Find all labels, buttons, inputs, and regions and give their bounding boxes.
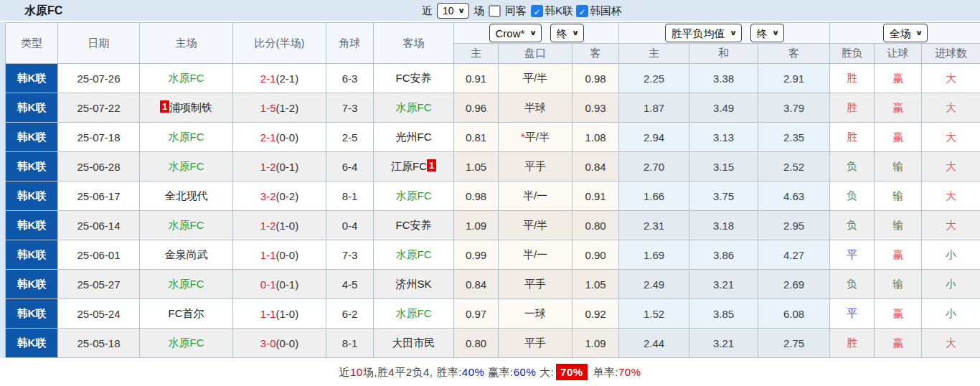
home-team-name: 水原FC — [169, 278, 204, 290]
corner-cell: 7-3 — [326, 93, 374, 123]
halftime-score: (1-0) — [276, 308, 299, 320]
subheader-europe-home: 主 — [619, 44, 689, 64]
cup-filter-label: 韩国杯 — [590, 4, 622, 18]
halftime-score: (0-0) — [276, 249, 299, 261]
europe-away-odds: 4.63 — [758, 182, 830, 211]
handicap-result-cell: 输 — [875, 152, 922, 182]
league-cell: 韩K联 — [6, 299, 58, 329]
corner-cell: 4-5 — [326, 270, 374, 299]
europe-away-odds: 3.79 — [758, 93, 830, 123]
score-cell: 2-1(2-1) — [233, 64, 326, 93]
home-team-cell: 全北现代 — [140, 182, 233, 211]
home-team-name: 水原FC — [169, 131, 204, 143]
corner-cell: 8-1 — [326, 182, 374, 211]
score-cell: 1-2(0-1) — [233, 152, 326, 182]
rank-badge: 1 — [427, 159, 436, 171]
handicap-result-cell: 赢 — [875, 299, 922, 329]
goals-result-cell: 大 — [922, 211, 980, 240]
europe-source-select[interactable]: 胜平负均值 — [666, 24, 741, 42]
date-cell: 25-07-26 — [58, 64, 140, 93]
away-team-cell: 水原FC — [374, 299, 454, 329]
fulltime-score: 1-2 — [260, 220, 276, 232]
asia-home-odds: 1.09 — [454, 211, 499, 240]
europe-draw-odds: 3.85 — [689, 299, 758, 329]
europe-draw-odds: 3.75 — [689, 182, 758, 211]
score-cell: 0-1(0-1) — [233, 270, 326, 299]
cup-filter-checkbox[interactable]: ✓ — [576, 5, 588, 17]
away-team-name: 江原FC — [391, 160, 427, 172]
europe-draw-odds: 3.13 — [689, 123, 758, 152]
goals-result-cell: 大 — [922, 152, 980, 182]
asia-period-select[interactable]: 终 — [551, 24, 583, 42]
summary-recent-count: 10 — [350, 366, 363, 378]
match-stats-page: 水原FC 近 10 ∨ 场 同客 ✓ 韩K联 ✓ 韩国杯 — [0, 0, 980, 386]
header-score: 比分(半场) — [233, 23, 326, 64]
handicap-text: 平/半 — [525, 131, 550, 143]
home-team-cell: 水原FC — [140, 64, 233, 93]
home-team-name: 全北现代 — [165, 189, 208, 202]
europe-draw-odds: 3.86 — [689, 240, 758, 270]
europe-away-odds: 2.95 — [758, 211, 830, 240]
europe-home-odds: 1.87 — [619, 93, 689, 123]
scope-select-wrap: 全场 ∨ — [883, 24, 928, 42]
asia-home-odds: 0.81 — [454, 123, 499, 152]
scope-select[interactable]: 全场 — [884, 24, 927, 42]
recent-count-select-wrap: 10 ∨ — [437, 3, 469, 19]
home-team-cell: FC首尔 — [140, 299, 233, 329]
score-cell: 1-2(1-0) — [233, 211, 326, 240]
corner-cell: 6-4 — [326, 152, 374, 182]
table-row: 韩K联 25-06-01 金泉尚武 1-1(0-0) 7-3 水原FC 0.99… — [6, 240, 980, 270]
away-team-name: 水原FC — [396, 307, 432, 319]
table-row: 韩K联 25-06-17 全北现代 3-2(0-2) 8-1 水原FC 0.98… — [6, 182, 980, 211]
summary-win-rate: 40% — [462, 366, 485, 378]
asia-handicap: 平手 — [499, 270, 573, 299]
handicap-text: 平/半 — [523, 72, 547, 84]
page-title: 水原FC — [24, 4, 62, 19]
goals-result-cell: 小 — [922, 240, 980, 270]
league-cell: 韩K联 — [6, 240, 58, 270]
asia-away-odds: 0.91 — [573, 182, 619, 211]
away-team-cell: FC安养 — [374, 211, 454, 240]
same-venue-label: 同客 — [505, 4, 527, 18]
asia-home-odds: 0.91 — [454, 64, 499, 93]
europe-draw-odds: 3.18 — [689, 211, 758, 240]
europe-period-select-wrap: 终 ∨ — [750, 24, 784, 42]
header-corner: 角球 — [326, 23, 374, 64]
date-cell: 25-05-18 — [58, 329, 140, 358]
europe-draw-odds: 3.21 — [689, 329, 758, 358]
result-cell: 平 — [830, 240, 875, 270]
away-team-cell: 江原FC1 — [374, 152, 454, 182]
halftime-score: (0-2) — [276, 190, 299, 202]
date-cell: 25-05-27 — [58, 270, 140, 299]
europe-period-select[interactable]: 终 — [751, 24, 783, 42]
asia-handicap: 一球 — [499, 299, 573, 329]
asia-away-odds: 0.84 — [573, 152, 619, 182]
date-cell: 25-07-18 — [58, 123, 140, 152]
result-cell: 胜 — [830, 93, 875, 123]
fulltime-score: 1-1 — [260, 308, 276, 320]
handicap-text: 平手 — [524, 336, 546, 349]
goals-result-cell: 小 — [922, 299, 980, 329]
recent-count-select[interactable]: 10 — [438, 4, 468, 18]
europe-odds-dropdown-group: 胜平负均值 ∨ 终 ∨ — [619, 23, 830, 44]
score-cell: 3-2(0-2) — [233, 182, 326, 211]
handicap-result-cell: 赢 — [875, 123, 922, 152]
goals-result-cell: 大 — [922, 64, 980, 93]
away-team-cell: 大田市民 — [374, 329, 454, 358]
handicap-text: 半/一 — [523, 189, 547, 202]
league-filter-checkbox[interactable]: ✓ — [531, 5, 543, 17]
asia-period-select-wrap: 终 ∨ — [550, 24, 584, 42]
home-team-cell: 水原FC — [140, 152, 233, 182]
asia-away-odds: 1.08 — [573, 123, 619, 152]
asia-handicap: *平/半 — [499, 123, 573, 152]
halftime-score: (0-1) — [276, 161, 299, 173]
bookmaker-select[interactable]: Crow* — [490, 24, 541, 42]
header-date: 日期 — [58, 23, 140, 64]
header-home: 主场 — [140, 23, 233, 64]
goals-result-cell: 大 — [922, 123, 980, 152]
away-team-cell: 水原FC — [374, 182, 454, 211]
home-team-cell: 1浦项制铁 — [140, 93, 233, 123]
asia-away-odds: 0.90 — [573, 240, 619, 270]
league-cell: 韩K联 — [6, 152, 58, 182]
same-venue-checkbox[interactable] — [489, 5, 501, 17]
